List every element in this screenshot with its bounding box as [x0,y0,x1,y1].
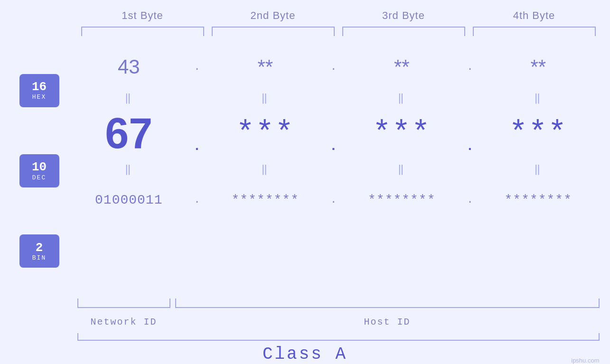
dot-sep-3: . . . [463,46,477,296]
dec-val-1: 67 [105,109,152,158]
watermark: ipshu.com [571,357,599,364]
dot-sep-1: . . . [190,46,204,296]
class-label: Class A [263,345,347,364]
dot-dec-2: . [327,107,341,159]
hex-num: 16 [32,80,47,94]
byte-col-4: ** ‖ *** ‖ ******** [477,46,600,296]
header-brackets [77,27,600,36]
bracket-byte2 [212,27,335,36]
dec-val-4: *** [509,116,567,151]
host-id-label: Host ID [175,317,600,327]
byte-col-2: ** ‖ *** ‖ ******** [204,46,327,296]
bracket-byte3 [342,27,465,36]
equals-top-2: ‖ [261,88,269,107]
dot-bin-1: . [190,178,204,221]
bin-val-1: 01000011 [95,193,162,207]
dot-sep-2: . . . [327,46,341,296]
main-container: 1st Byte 2nd Byte 3rd Byte 4th Byte 16 H… [0,0,610,364]
byte3-header: 3rd Byte [338,9,469,22]
hex-val-2: ** [257,56,273,78]
class-label-row: Class A ipshu.com [11,345,600,364]
dec-val-2: *** [236,116,294,151]
dec-val-3: *** [373,116,431,151]
network-bracket [77,299,170,308]
equals-top-4: ‖ [534,88,542,107]
dot-bin-2: . [327,178,341,221]
equals-top-3: ‖ [398,88,406,107]
byte-col-1: 43 ‖ 67 ‖ 01000011 [68,46,190,296]
bin-num: 2 [36,241,43,255]
hex-val-4: ** [530,56,546,78]
dot-bin-3: . [463,178,477,221]
bin-badge: 2 BIN [19,234,59,268]
bracket-byte1 [81,27,204,36]
base-labels: 16 HEX 10 DEC 2 BIN [11,46,68,296]
byte-col-3: ** ‖ *** ‖ ******** [341,46,463,296]
equals-bot-2: ‖ [261,159,269,178]
outer-bracket [77,333,600,341]
equals-bot-3: ‖ [398,159,406,178]
hex-badge: 16 HEX [19,74,59,107]
equals-bot-4: ‖ [534,159,542,178]
dot-dec-3: . [463,107,477,159]
dot-hex-2: . [327,46,341,88]
byte2-header: 2nd Byte [208,9,338,22]
hex-val-3: ** [394,56,410,78]
network-id-label: Network ID [77,317,170,327]
bin-val-2: ******** [232,193,299,207]
bin-val-3: ******** [368,193,435,207]
dec-num: 10 [32,160,47,174]
byte4-header: 4th Byte [469,9,600,22]
bracket-byte4 [473,27,596,36]
host-bracket [175,299,600,308]
bin-val-4: ******** [505,193,572,207]
dot-hex-1: . [190,46,204,88]
dec-name: DEC [32,174,46,181]
equals-top-1: ‖ [125,88,133,107]
dot-dec-1: . [190,107,204,159]
hex-val-1: 43 [118,56,140,78]
hex-name: HEX [32,93,46,101]
bottom-bracket-row [77,299,600,313]
equals-bot-1: ‖ [125,159,133,178]
label-row: Network ID Host ID [77,317,600,327]
byte1-header: 1st Byte [77,9,208,22]
bin-name: BIN [32,254,46,261]
content-area: 16 HEX 10 DEC 2 BIN 43 ‖ 67 ‖ 01000011 [11,46,600,296]
byte-headers: 1st Byte 2nd Byte 3rd Byte 4th Byte [77,9,600,22]
bottom-section: Network ID Host ID [77,299,600,327]
dot-hex-3: . [463,46,477,88]
data-columns: 43 ‖ 67 ‖ 01000011 . . . ** ‖ *** ‖ ****… [68,46,600,296]
dec-badge: 10 DEC [19,154,59,187]
